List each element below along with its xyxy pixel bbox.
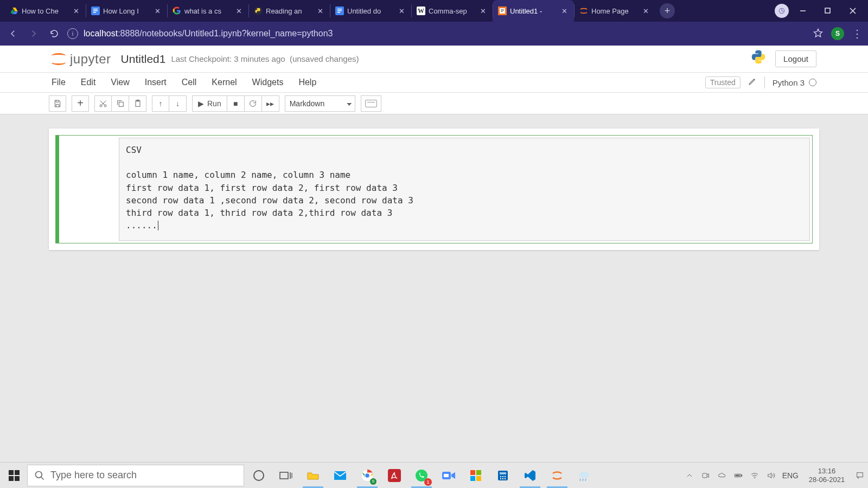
tab-close-icon[interactable]: ✕: [560, 7, 569, 15]
whatsapp-icon[interactable]: 1: [409, 463, 434, 488]
tab-title: Untitled do: [347, 7, 394, 15]
menu-edit[interactable]: Edit: [81, 78, 96, 87]
tab-close-icon[interactable]: ✕: [72, 7, 80, 15]
tab-close-icon[interactable]: ✕: [642, 7, 650, 15]
browser-tab[interactable]: Home Page✕: [574, 0, 655, 22]
tray-chevron-icon[interactable]: [685, 471, 694, 480]
google-favicon-icon: [173, 7, 181, 15]
meet-now-icon[interactable]: [701, 471, 711, 480]
svg-rect-6: [337, 9, 342, 10]
run-button[interactable]: ▶Run: [192, 95, 227, 112]
nav-forward-button[interactable]: [26, 26, 41, 41]
profile-badge[interactable]: S: [831, 27, 844, 40]
restart-run-all-button[interactable]: ▸▸: [262, 95, 279, 112]
nav-reload-button[interactable]: [47, 26, 62, 41]
acrobat-icon[interactable]: [382, 463, 407, 488]
copy-button[interactable]: [112, 95, 129, 112]
menu-cell[interactable]: Cell: [182, 78, 197, 87]
jupyter2-favicon-icon: [579, 7, 588, 15]
logout-button[interactable]: Logout: [775, 50, 816, 67]
menu-widgets[interactable]: Widgets: [252, 78, 284, 87]
insert-cell-button[interactable]: +: [72, 95, 89, 112]
notebook-title[interactable]: Untitled1: [121, 53, 166, 66]
browser-tab[interactable]: WComma-sep✕: [411, 0, 493, 22]
svg-rect-51: [703, 473, 707, 478]
browser-tab[interactable]: Reading an✕: [248, 0, 330, 22]
site-info-icon[interactable]: i: [67, 28, 78, 39]
weather-icon[interactable]: [572, 463, 597, 488]
zoom-icon[interactable]: [436, 463, 461, 488]
task-view-icon[interactable]: [273, 463, 298, 488]
menu-kernel[interactable]: Kernel: [212, 78, 237, 87]
search-placeholder: Type here to search: [50, 470, 137, 481]
markdown-cell[interactable]: CSV column 1 name, column 2 name, column…: [55, 135, 813, 243]
tab-close-icon[interactable]: ✕: [154, 7, 162, 15]
trusted-indicator[interactable]: Trusted: [705, 76, 741, 88]
url-text[interactable]: localhost:8888/notebooks/Untitled1.ipynb…: [84, 29, 333, 38]
menu-insert[interactable]: Insert: [145, 78, 167, 87]
restart-button[interactable]: [245, 95, 262, 112]
wifi-icon[interactable]: [750, 471, 760, 480]
svg-rect-53: [741, 474, 742, 476]
menu-help[interactable]: Help: [298, 78, 316, 87]
cut-button[interactable]: [94, 95, 112, 112]
language-indicator[interactable]: ENG: [782, 471, 799, 480]
notifications-icon[interactable]: [855, 471, 865, 480]
browser-tab[interactable]: what is a cs✕: [167, 0, 248, 22]
browser-menu-icon[interactable]: ⋮: [852, 27, 863, 40]
battery-icon[interactable]: [733, 471, 743, 480]
cell-source-editor[interactable]: CSV column 1 name, column 2 name, column…: [119, 138, 810, 241]
svg-rect-16: [825, 8, 830, 13]
svg-rect-11: [501, 9, 504, 10]
browser-tab[interactable]: How Long I✕: [86, 0, 167, 22]
start-button[interactable]: [3, 465, 25, 486]
browser-tab[interactable]: Untitled1 -✕: [493, 0, 574, 22]
edit-icon[interactable]: [748, 77, 757, 88]
tab-title: Untitled1 -: [510, 7, 557, 15]
move-up-button[interactable]: ↑: [152, 95, 169, 112]
taskbar-search[interactable]: Type here to search: [27, 465, 244, 486]
clock[interactable]: 13:1628-06-2021: [805, 467, 848, 484]
cortana-icon[interactable]: [246, 463, 271, 488]
tab-title: How Long I: [103, 7, 150, 15]
save-button[interactable]: [49, 95, 66, 112]
window-maximize-button[interactable]: [817, 0, 839, 22]
tab-title: Comma-sep: [429, 7, 476, 15]
svg-rect-30: [334, 471, 346, 480]
bookmark-star-icon[interactable]: [813, 28, 824, 40]
command-palette-button[interactable]: [361, 95, 381, 112]
svg-rect-27: [280, 472, 288, 479]
file-explorer-icon[interactable]: [301, 463, 326, 488]
interrupt-button[interactable]: ■: [227, 95, 245, 112]
windows-taskbar: Type here to search S 1 ENG 13:1628-06-2…: [0, 462, 868, 488]
tab-close-icon[interactable]: ✕: [316, 7, 324, 15]
browser-profile-avatar[interactable]: [775, 4, 789, 18]
new-tab-button[interactable]: +: [660, 3, 675, 18]
menu-file[interactable]: File: [52, 78, 66, 87]
tab-close-icon[interactable]: ✕: [398, 7, 406, 15]
ms-store-icon[interactable]: [463, 463, 488, 488]
browser-tab[interactable]: How to Che✕: [4, 0, 86, 22]
svg-line-48: [580, 479, 580, 481]
volume-icon[interactable]: [766, 471, 776, 480]
window-minimize-button[interactable]: [792, 0, 814, 22]
paste-button[interactable]: [129, 95, 146, 112]
chrome-icon[interactable]: S: [355, 463, 380, 488]
browser-tab[interactable]: Untitled do✕: [330, 0, 411, 22]
tab-close-icon[interactable]: ✕: [235, 7, 243, 15]
onedrive-icon[interactable]: [717, 471, 727, 480]
nav-back-button[interactable]: [5, 26, 21, 41]
jupyter-logo[interactable]: jupyter: [52, 52, 111, 67]
kernel-indicator[interactable]: Python 3: [773, 78, 816, 87]
jupyter-taskbar-icon[interactable]: [545, 463, 570, 488]
menu-view[interactable]: View: [111, 78, 129, 87]
tab-title: Reading an: [266, 7, 313, 15]
tab-close-icon[interactable]: ✕: [479, 7, 487, 15]
vscode-icon[interactable]: [518, 463, 542, 488]
window-close-button[interactable]: [842, 0, 864, 22]
move-down-button[interactable]: ↓: [169, 95, 187, 112]
calculator-icon[interactable]: [490, 463, 515, 488]
jupyter-toolbar: + ↑ ↓ ▶Run ■ ▸▸ Markdown: [0, 93, 868, 114]
cell-type-select[interactable]: Markdown: [285, 95, 355, 112]
mail-icon[interactable]: [328, 463, 353, 488]
